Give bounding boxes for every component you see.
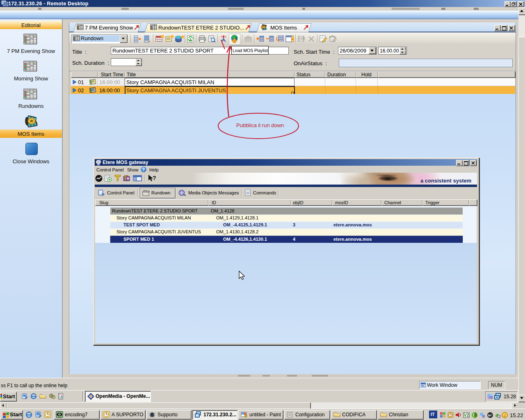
svg-text:Pubblica il run down: Pubblica il run down bbox=[236, 122, 284, 128]
